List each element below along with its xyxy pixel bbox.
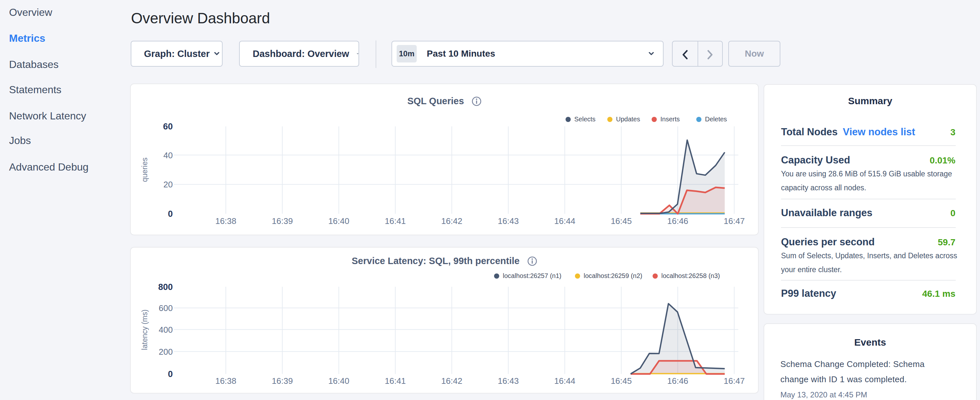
svg-text:20: 20 bbox=[163, 180, 173, 189]
svg-text:0: 0 bbox=[168, 369, 173, 379]
svg-text:800: 800 bbox=[158, 282, 173, 292]
svg-text:40: 40 bbox=[163, 150, 173, 160]
svg-text:16:41: 16:41 bbox=[385, 216, 406, 226]
svg-text:latency (ms): latency (ms) bbox=[140, 309, 149, 350]
svg-text:16:38: 16:38 bbox=[215, 376, 236, 386]
svg-text:400: 400 bbox=[159, 325, 173, 335]
svg-text:16:44: 16:44 bbox=[554, 216, 575, 226]
svg-text:16:45: 16:45 bbox=[611, 216, 632, 226]
svg-text:16:42: 16:42 bbox=[441, 376, 462, 386]
svg-text:16:43: 16:43 bbox=[498, 216, 519, 226]
svg-text:16:40: 16:40 bbox=[328, 216, 349, 226]
svg-text:16:47: 16:47 bbox=[724, 216, 745, 226]
svg-text:16:47: 16:47 bbox=[724, 376, 745, 386]
svg-text:16:43: 16:43 bbox=[498, 376, 519, 386]
svg-text:16:42: 16:42 bbox=[441, 216, 462, 226]
svg-text:16:40: 16:40 bbox=[328, 376, 349, 386]
svg-text:16:44: 16:44 bbox=[554, 376, 575, 386]
svg-text:600: 600 bbox=[159, 303, 173, 313]
svg-text:60: 60 bbox=[163, 122, 173, 131]
svg-text:16:41: 16:41 bbox=[385, 376, 406, 386]
svg-text:16:46: 16:46 bbox=[667, 376, 688, 386]
svg-text:200: 200 bbox=[159, 347, 173, 357]
svg-text:16:38: 16:38 bbox=[215, 216, 236, 226]
svg-text:16:46: 16:46 bbox=[667, 216, 688, 226]
svg-text:0: 0 bbox=[168, 209, 173, 219]
svg-text:queries: queries bbox=[140, 158, 149, 182]
svg-text:16:45: 16:45 bbox=[611, 376, 632, 386]
svg-text:16:39: 16:39 bbox=[272, 216, 293, 226]
svg-text:16:39: 16:39 bbox=[272, 376, 293, 386]
